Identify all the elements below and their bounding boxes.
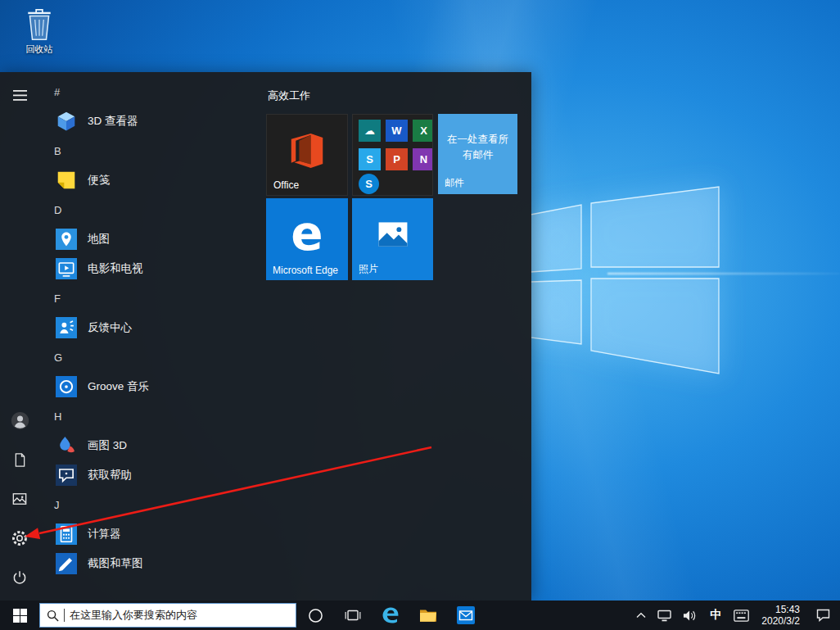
- edge-button[interactable]: [372, 601, 409, 630]
- app-label: 计算器: [88, 527, 121, 542]
- stickynotes-icon: [56, 170, 77, 191]
- desktop: 回收站 #3D 查看器B便笺D地图电影和电视F反馈中心GGroove 音乐H画图…: [0, 0, 840, 630]
- viewer3d-icon: [56, 111, 77, 132]
- photos-icon: [374, 225, 412, 253]
- keyboard-icon: [734, 610, 749, 622]
- tile-microsoft-edge[interactable]: e Microsoft Edge: [266, 198, 348, 280]
- office-app-mini-icon: P: [386, 148, 408, 170]
- office-mini-icons: ☁WXSPNS: [353, 115, 432, 195]
- app-list-item[interactable]: Groove 音乐: [39, 372, 262, 401]
- tray-overflow-button[interactable]: [630, 601, 652, 630]
- task-view-button[interactable]: [334, 601, 372, 630]
- app-list-letter-header[interactable]: H: [39, 401, 262, 431]
- system-tray: 中 15:43 2020/3/2: [630, 601, 840, 630]
- office-app-mini-icon: N: [413, 148, 433, 170]
- user-icon: [10, 410, 30, 431]
- tile-group-title[interactable]: 高效工作: [268, 88, 310, 103]
- gethelp-icon: [56, 465, 77, 486]
- maps-icon: [56, 229, 77, 250]
- app-label: 反馈中心: [88, 320, 132, 335]
- clock-time: 15:43: [761, 604, 800, 615]
- hamburger-icon: [13, 90, 27, 101]
- app-list-letter-header[interactable]: B: [39, 136, 262, 165]
- mailapp-icon: [456, 605, 476, 625]
- app-list-item[interactable]: 反馈中心: [39, 313, 262, 342]
- expand-menu-button[interactable]: [0, 75, 39, 115]
- taskbar: 在这里输入你要搜索的内容 中 15:43 2020/3/2: [0, 601, 840, 630]
- start-menu: #3D 查看器B便笺D地图电影和电视F反馈中心GGroove 音乐H画图 3D获…: [0, 72, 531, 601]
- start-button[interactable]: [0, 601, 39, 630]
- office-app-mini-icon: X: [413, 120, 433, 142]
- groove-icon: [56, 376, 77, 397]
- app-label: 地图: [88, 232, 110, 247]
- app-label: 便笺: [88, 173, 110, 188]
- file-explorer-button[interactable]: [409, 601, 447, 630]
- tile-label: Microsoft Edge: [273, 265, 338, 276]
- gear-icon: [11, 529, 29, 547]
- documents-button[interactable]: [0, 440, 39, 479]
- action-center-button[interactable]: [806, 601, 840, 630]
- app-list-item[interactable]: 获取帮助: [39, 460, 262, 490]
- wallpaper-light-ray: [607, 273, 840, 274]
- recycle-bin-icon: [24, 7, 55, 43]
- snip-icon: [56, 553, 77, 574]
- tile-office-apps[interactable]: ☁WXSPNS: [352, 114, 433, 196]
- app-list-item[interactable]: 便笺: [39, 165, 262, 195]
- app-list-item[interactable]: 画图 3D: [39, 431, 262, 460]
- network-button[interactable]: [652, 601, 677, 630]
- moviestv-icon: [56, 258, 77, 279]
- pictures-icon: [11, 491, 28, 507]
- app-list-letter-header[interactable]: J: [39, 490, 262, 519]
- tile-office[interactable]: Office: [266, 114, 348, 196]
- action-center-icon: [816, 609, 830, 622]
- edge-icon: [380, 605, 401, 626]
- cortana-button[interactable]: [296, 601, 334, 630]
- search-placeholder-text: 在这里输入你要搜索的内容: [70, 608, 197, 623]
- speaker-icon: [683, 610, 698, 622]
- mail-button[interactable]: [447, 601, 485, 630]
- calculator-icon: [56, 523, 77, 545]
- app-list-item[interactable]: 电影和电视: [39, 254, 262, 283]
- app-label: 获取帮助: [88, 468, 132, 483]
- app-list-item[interactable]: 地图: [39, 224, 262, 254]
- app-label: 3D 查看器: [88, 114, 138, 129]
- app-list-item[interactable]: 3D 查看器: [39, 107, 262, 136]
- mail-promo-text: 在一处查看所有邮件: [445, 132, 511, 164]
- tile-photos[interactable]: 照片: [352, 198, 433, 280]
- tile-mail[interactable]: 在一处查看所有邮件 邮件: [438, 114, 517, 194]
- user-account-button[interactable]: [0, 401, 39, 440]
- app-list-letter-header[interactable]: G: [39, 342, 262, 372]
- app-list-letter-header[interactable]: F: [39, 283, 262, 313]
- app-label: 截图和草图: [88, 556, 143, 571]
- chevronup-icon: [636, 612, 646, 619]
- tile-label: 照片: [359, 262, 378, 276]
- power-button[interactable]: [0, 558, 39, 597]
- recycle-bin-label: 回收站: [26, 43, 53, 56]
- app-label: 电影和电视: [88, 261, 143, 276]
- start-rail: [0, 72, 39, 601]
- document-icon: [12, 452, 28, 468]
- app-list-item[interactable]: 计算器: [39, 519, 262, 549]
- app-list-item[interactable]: 截图和草图: [39, 549, 262, 578]
- office-app-mini-icon: W: [386, 120, 408, 142]
- ime-indicator[interactable]: 中: [703, 601, 728, 630]
- volume-button[interactable]: [677, 601, 703, 630]
- taskview-icon: [345, 607, 361, 623]
- taskbar-search-box[interactable]: 在这里输入你要搜索的内容: [39, 603, 296, 628]
- recycle-bin[interactable]: 回收站: [11, 7, 67, 56]
- feedback-icon: [56, 317, 77, 338]
- app-list-letter-header[interactable]: D: [39, 195, 262, 224]
- pictures-button[interactable]: [0, 479, 39, 519]
- cortana-icon: [308, 608, 323, 623]
- app-list-letter-header[interactable]: #: [39, 77, 262, 107]
- settings-button[interactable]: [0, 519, 39, 558]
- windows-logo-wallpaper: [522, 179, 727, 401]
- app-label: 画图 3D: [88, 438, 127, 453]
- tile-label: 邮件: [445, 176, 464, 190]
- taskbar-clock[interactable]: 15:43 2020/3/2: [755, 604, 806, 627]
- tile-label: Office: [273, 179, 299, 191]
- edge-logo-icon: e: [291, 210, 323, 257]
- windows-logo-icon: [13, 609, 27, 623]
- clock-date: 2020/3/2: [761, 615, 800, 627]
- keyboard-tray-button[interactable]: [728, 601, 755, 630]
